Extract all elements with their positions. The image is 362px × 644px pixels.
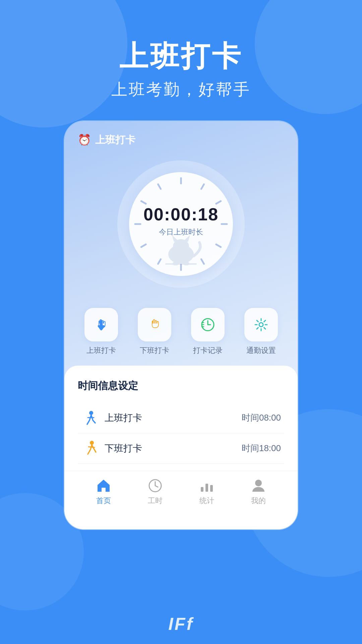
bottom-nav: 首页 工时 (64, 471, 298, 509)
svg-point-21 (89, 411, 93, 415)
svg-line-2 (216, 201, 221, 204)
clock-face: 00:00:18 今日上班时长 (129, 172, 233, 276)
phone-topbar: ⏰ 上班打卡 (64, 121, 298, 154)
clock-label: 今日上班时长 (159, 227, 203, 237)
checkin-button[interactable] (84, 308, 118, 341)
svg-point-20 (259, 323, 263, 327)
nav-stats[interactable]: 统计 (199, 478, 215, 506)
evening-icon (81, 440, 98, 457)
checkin-label: 上班打卡 (86, 345, 116, 356)
records-icon (199, 316, 217, 333)
records-label: 打卡记录 (193, 345, 223, 356)
action-checkin[interactable]: 上班打卡 (84, 308, 118, 356)
checkout-icon (146, 316, 163, 333)
nav-hours-label: 工时 (148, 496, 163, 506)
nav-me[interactable]: 我的 (250, 478, 266, 506)
settings-button[interactable] (244, 308, 278, 341)
svg-line-11 (158, 184, 161, 189)
walking-icon-blue (81, 410, 98, 426)
checkin-icon (93, 316, 110, 333)
svg-point-27 (255, 480, 262, 486)
nav-hours[interactable]: 工时 (147, 478, 163, 506)
phone-app-name: 上班打卡 (95, 133, 135, 147)
phone-inner: ⏰ 上班打卡 (64, 121, 298, 529)
alarm-clock-icon: ⏰ (78, 133, 91, 146)
nav-me-label: 我的 (251, 496, 266, 506)
settings-label: 通勤设置 (246, 345, 276, 356)
evening-schedule-time: 时间18:00 (242, 442, 281, 454)
app-title: 上班打卡 (0, 40, 362, 72)
svg-line-4 (216, 244, 221, 247)
running-icon-orange (81, 440, 98, 457)
action-records[interactable]: 打卡记录 (191, 308, 225, 356)
nav-home-label: 首页 (96, 496, 111, 506)
svg-line-10 (141, 201, 146, 204)
schedule-item-morning[interactable]: 上班打卡 时间08:00 (78, 403, 284, 433)
checkout-label: 下班打卡 (140, 345, 169, 356)
action-settings[interactable]: 通勤设置 (244, 308, 278, 356)
app-subtitle: 上班考勤，好帮手 (0, 79, 362, 100)
settings-icon (252, 316, 270, 333)
bottom-section: 时间信息设定 上班打卡 时间08:00 (64, 366, 298, 529)
svg-line-1 (201, 184, 204, 189)
checkout-button[interactable] (138, 308, 171, 341)
svg-point-22 (90, 441, 94, 445)
svg-rect-26 (210, 485, 213, 492)
morning-schedule-name: 上班打卡 (105, 412, 242, 424)
svg-rect-24 (201, 487, 203, 492)
schedule-section-title: 时间信息设定 (78, 379, 284, 393)
watermark-text: IFf (168, 614, 194, 634)
clock-outer-ring: 00:00:18 今日上班时长 (117, 160, 245, 288)
watermark: IFf (168, 614, 194, 634)
header: 上班打卡 上班考勤，好帮手 (0, 0, 362, 120)
nav-stats-label: 统计 (199, 496, 214, 506)
stats-icon (199, 478, 215, 494)
schedule-item-evening[interactable]: 下班打卡 时间18:00 (78, 433, 284, 464)
svg-rect-25 (205, 484, 208, 492)
clock-time-display: 00:00:18 (143, 204, 219, 224)
evening-schedule-name: 下班打卡 (105, 442, 242, 455)
morning-schedule-time: 时间08:00 (242, 412, 281, 424)
hours-icon (147, 478, 163, 494)
phone-mockup: ⏰ 上班打卡 (64, 120, 298, 530)
clock-area: 00:00:18 今日上班时长 (64, 154, 298, 298)
records-button[interactable] (191, 308, 225, 341)
action-checkout[interactable]: 下班打卡 (138, 308, 171, 356)
action-buttons-row: 上班打卡 下班打卡 (64, 298, 298, 362)
me-icon (250, 478, 266, 494)
nav-home[interactable]: 首页 (96, 478, 112, 506)
morning-icon (81, 410, 98, 426)
svg-line-8 (141, 244, 146, 247)
home-icon (96, 478, 112, 494)
